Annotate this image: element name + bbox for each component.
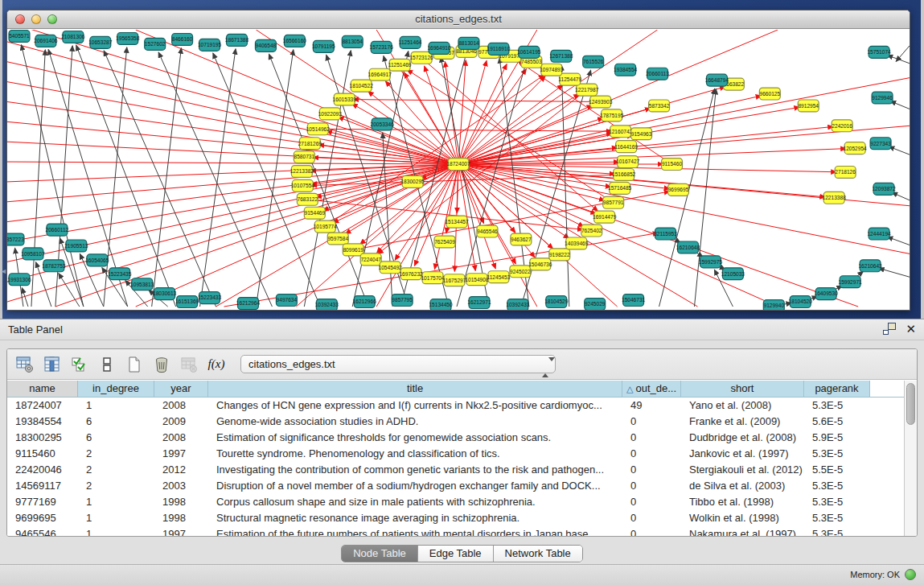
show-columns-button[interactable]: [41, 353, 64, 376]
network-node[interactable]: 10154908: [465, 274, 489, 286]
tab-node-table[interactable]: Node Table: [342, 546, 418, 562]
tab-edge-table[interactable]: Edge Table: [418, 546, 494, 562]
network-node[interactable]: 16964917: [368, 68, 392, 80]
table-row[interactable]: 911546021997Tourette syndrome. Phenomeno…: [7, 446, 904, 462]
network-node[interactable]: 18104529: [544, 296, 569, 308]
network-node[interactable]: 19565358: [116, 32, 140, 44]
table-row[interactable]: 946554611997Estimation of the future num…: [7, 526, 904, 536]
network-node[interactable]: 18671388: [225, 34, 249, 46]
network-node[interactable]: 10974893: [540, 64, 564, 76]
network-node[interactable]: 12671388: [549, 50, 573, 62]
network-node[interactable]: 11251469: [388, 59, 412, 71]
network-node[interactable]: 9857223: [7, 233, 24, 245]
network-node[interactable]: 18104520: [789, 296, 813, 308]
network-node[interactable]: 16151369: [175, 296, 199, 308]
network-node[interactable]: 9129946: [872, 92, 893, 104]
network-node[interactable]: 15223433: [198, 292, 222, 304]
network-node[interactable]: 19931306: [7, 274, 31, 286]
network-node[interactable]: 14039469: [565, 237, 589, 249]
network-node[interactable]: 10958107: [21, 248, 45, 260]
network-node[interactable]: 12444194: [867, 228, 891, 240]
network-node[interactable]: 27181269: [298, 138, 322, 150]
network-node[interactable]: 19384554: [614, 64, 638, 76]
network-node[interactable]: 11644169: [614, 141, 638, 153]
network-node[interactable]: 12052954: [843, 142, 867, 154]
delete-table-button[interactable]: [178, 353, 200, 376]
network-node[interactable]: 15716485: [608, 182, 632, 194]
network-node[interactable]: 16210648: [676, 241, 700, 253]
network-node[interactable]: 8466160: [172, 33, 193, 45]
network-node[interactable]: 16212971: [467, 297, 491, 309]
network-node[interactable]: 9115460: [662, 159, 683, 171]
network-node[interactable]: 9857791: [603, 196, 624, 208]
network-node[interactable]: 16212966: [353, 296, 377, 308]
network-node[interactable]: 10392433: [315, 299, 339, 310]
network-node[interactable]: 9154963: [631, 128, 652, 140]
delete-column-button[interactable]: [150, 353, 173, 376]
network-node[interactable]: 20660112: [46, 224, 69, 236]
column-header-pagerank[interactable]: pagerank: [804, 381, 870, 397]
column-header-in_degree[interactable]: in_degree: [78, 381, 154, 397]
network-node[interactable]: 10614195: [517, 46, 541, 58]
network-node[interactable]: 10653287: [88, 36, 113, 48]
network-node[interactable]: 15046736: [528, 258, 552, 270]
column-header-out_de[interactable]: △out_de...: [622, 381, 681, 397]
network-node[interactable]: 15046731: [622, 295, 646, 307]
close-panel-icon[interactable]: ✕: [906, 323, 916, 335]
network-node[interactable]: 7625402: [581, 225, 602, 237]
network-node[interactable]: 9463627: [511, 233, 532, 245]
network-node[interactable]: 18030613: [153, 288, 177, 300]
network-node[interactable]: 16914479: [593, 211, 617, 223]
network-node[interactable]: 9857795: [392, 295, 413, 307]
network-node[interactable]: 8813014: [458, 37, 479, 49]
network-node[interactable]: 20053346: [371, 118, 395, 130]
collapse-panel-handle[interactable]: ◄: [0, 266, 6, 277]
network-node[interactable]: 10195774: [314, 220, 338, 233]
network-node[interactable]: 10719195: [198, 39, 222, 51]
table-vertical-scrollbar[interactable]: [904, 381, 917, 536]
network-node[interactable]: 12105033: [721, 268, 745, 280]
tab-network-table[interactable]: Network Table: [494, 546, 582, 562]
network-node[interactable]: 16210643: [858, 260, 882, 272]
network-node[interactable]: 10922093: [318, 108, 343, 120]
network-node[interactable]: 16015339: [333, 93, 357, 105]
network-node[interactable]: 2718126: [835, 167, 856, 179]
network-node[interactable]: 16648794: [705, 74, 729, 86]
network-node[interactable]: 9198222: [549, 249, 570, 261]
table-row[interactable]: 1456911722003Disruption of a novel membe…: [7, 478, 904, 494]
network-node[interactable]: 15223435: [108, 268, 132, 280]
network-node[interactable]: 9406548: [255, 39, 276, 51]
network-node[interactable]: 11245453: [487, 271, 511, 283]
network-node[interactable]: 2242016: [832, 120, 852, 132]
network-node[interactable]: 8099619: [343, 244, 363, 256]
network-node[interactable]: 10107554: [291, 179, 315, 192]
table-selector-dropdown[interactable]: citations_edges.txt: [240, 355, 556, 373]
network-node[interactable]: 11675297: [443, 274, 466, 286]
network-node[interactable]: 8580731: [294, 151, 314, 163]
network-node[interactable]: 15992975: [699, 256, 723, 268]
table-row[interactable]: 1830029562008Estimation of significance …: [7, 430, 904, 446]
network-node[interactable]: 15751074: [867, 46, 891, 58]
table-row[interactable]: 2242004622012Investigating the contribut…: [7, 462, 904, 478]
network-node[interactable]: 7683122: [297, 193, 318, 205]
network-node[interactable]: 7224047: [360, 253, 381, 266]
table-options-button[interactable]: [14, 353, 36, 376]
float-panel-icon[interactable]: [883, 323, 896, 335]
network-node[interactable]: 32115953: [654, 228, 677, 240]
network-node[interactable]: 10175704: [421, 272, 445, 284]
network-node[interactable]: 15166852: [612, 169, 636, 181]
network-node[interactable]: 16212964: [236, 298, 261, 310]
network-node[interactable]: 10953813: [130, 278, 154, 290]
network-node[interactable]: 21081306: [61, 31, 85, 43]
network-node[interactable]: 18782753: [42, 260, 66, 272]
network-node[interactable]: 15992971: [839, 276, 863, 288]
scrollbar-thumb[interactable]: [906, 383, 915, 425]
network-node[interactable]: 16964910: [427, 42, 451, 54]
network-node[interactable]: 9245022: [510, 266, 531, 278]
table-row[interactable]: 1938455462009Genome-wide association stu…: [7, 414, 904, 430]
network-node[interactable]: 9597584: [327, 233, 348, 245]
network-node[interactable]: 12213382: [290, 166, 314, 178]
network-node[interactable]: 20691406: [34, 35, 58, 47]
network-node[interactable]: 20660113: [646, 68, 669, 80]
network-node[interactable]: 11251464: [399, 36, 422, 48]
